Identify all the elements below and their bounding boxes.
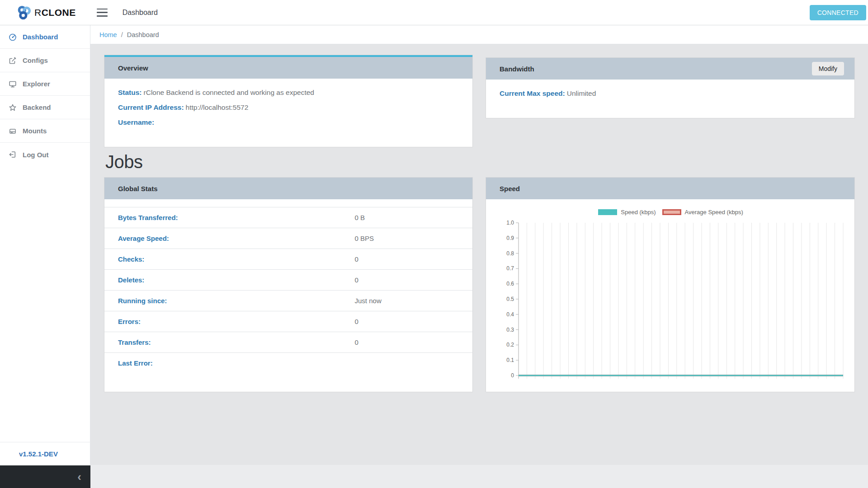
sidebar: Dashboard Configs Explorer Backend Mount… [0, 25, 90, 465]
svg-text:0.2: 0.2 [506, 342, 514, 348]
sign-out-icon [9, 150, 17, 159]
bandwidth-card-header: Bandwidth Modify [486, 58, 854, 80]
sidebar-item-label: Explorer [23, 80, 50, 88]
table-row: Average Speed: 0 BPS [104, 228, 472, 249]
table-row: Running since: Just now [104, 290, 472, 311]
row-value: 0 [355, 338, 359, 346]
page-title: Dashboard [123, 9, 158, 17]
brand-text: RCLONE [34, 7, 76, 18]
overview-field: Current IP Address:http://localhost:5572 [118, 103, 459, 112]
bandwidth-card-title: Bandwidth [500, 65, 534, 73]
global-stats-card-header: Global Stats [104, 178, 472, 199]
table-row: Transfers: 0 [104, 332, 472, 352]
overview-field: Username: [118, 118, 459, 127]
row-label: Average Speed: [118, 235, 169, 242]
sidebar-item-label: Mounts [23, 127, 47, 135]
field-value: rClone Backend is connected and working … [144, 89, 314, 96]
field-value: http://localhost:5572 [186, 103, 249, 111]
sidebar-item-label: Log Out [23, 151, 48, 159]
rclone-logo-icon [16, 5, 32, 20]
hamburger-menu-icon[interactable] [97, 9, 108, 17]
svg-text:0: 0 [511, 372, 514, 379]
top-bar: RCLONE Dashboard CONNECTED [0, 0, 868, 25]
speed-card-header: Speed [486, 178, 854, 199]
sidebar-item-configs[interactable]: Configs [0, 49, 90, 72]
version-label[interactable]: v1.52.1-DEV [19, 450, 58, 458]
svg-text:0.9: 0.9 [506, 235, 514, 241]
svg-text:0.1: 0.1 [506, 357, 514, 363]
version-box: v1.52.1-DEV [0, 442, 90, 465]
row-value: 0 [355, 276, 359, 284]
svg-text:1.0: 1.0 [506, 220, 514, 226]
tachometer-icon [9, 33, 17, 41]
field-label: Username: [118, 118, 154, 126]
overview-card-body: Status:rClone Backend is connected and w… [104, 79, 472, 143]
rclone-logo[interactable]: RCLONE [16, 5, 76, 20]
global-stats-table: Bytes Transferred: 0 B Average Speed: 0 … [104, 207, 472, 373]
svg-text:0.4: 0.4 [506, 311, 514, 318]
overview-card: Overview Status:rClone Backend is connec… [104, 55, 472, 147]
sidebar-item-backend[interactable]: Backend [0, 96, 90, 119]
svg-text:0.6: 0.6 [506, 281, 514, 287]
row-label: Deletes: [118, 276, 144, 284]
speed-card: Speed Speed (kbps)Average Speed (kbps) 1… [486, 178, 854, 392]
modify-button[interactable]: Modify [812, 62, 844, 75]
svg-text:0.8: 0.8 [506, 250, 514, 257]
legend-item[interactable]: Average Speed (kbps) [662, 209, 743, 216]
row-label: Bytes Transferred: [118, 214, 178, 221]
row-label: Checks: [118, 255, 144, 263]
sidebar-item-mounts[interactable]: Mounts [0, 119, 90, 143]
field-label: Current Max speed: [500, 89, 565, 97]
row-value: 0 [355, 318, 359, 325]
bandwidth-card-body: Current Max speed:Unlimited [486, 80, 854, 114]
row-label: Errors: [118, 318, 141, 325]
sidebar-footer: ‹ [0, 465, 90, 488]
sidebar-item-label: Backend [23, 103, 51, 111]
breadcrumb-home-link[interactable]: Home [99, 31, 117, 38]
row-value: 0 [355, 255, 359, 263]
content-background-lower [90, 465, 868, 488]
breadcrumb-current: Dashboard [127, 31, 159, 38]
legend-label: Speed (kbps) [621, 209, 656, 216]
chevron-left-icon[interactable]: ‹ [77, 471, 81, 483]
table-row: Checks: 0 [104, 249, 472, 269]
legend-swatch [662, 209, 681, 215]
sidebar-item-label: Dashboard [23, 33, 58, 41]
field-label: Current IP Address: [118, 103, 184, 111]
row-value: Just now [355, 297, 382, 305]
speed-chart: 1.00.90.80.70.60.50.40.30.20.10 [496, 219, 845, 385]
table-row: Last Error: [104, 352, 472, 373]
speed-card-title: Speed [500, 185, 520, 192]
row-label: Last Error: [118, 359, 153, 367]
overview-card-header: Overview [104, 57, 472, 79]
speed-card-body: Speed (kbps)Average Speed (kbps) 1.00.90… [486, 199, 854, 390]
edit-icon [9, 56, 17, 65]
legend-item[interactable]: Speed (kbps) [598, 209, 656, 216]
bandwidth-card: Bandwidth Modify Current Max speed:Unlim… [486, 58, 854, 118]
row-label: Transfers: [118, 338, 151, 346]
breadcrumb: Home / Dashboard [90, 25, 868, 44]
table-row: Deletes: 0 [104, 269, 472, 290]
global-stats-card: Global Stats Bytes Transferred: 0 B Aver… [104, 178, 472, 392]
connected-status-button[interactable]: CONNECTED [810, 5, 866, 20]
chart-legend: Speed (kbps)Average Speed (kbps) [496, 206, 845, 217]
sidebar-item-dashboard[interactable]: Dashboard [0, 25, 90, 49]
hdd-icon [9, 127, 17, 135]
sidebar-item-logout[interactable]: Log Out [0, 143, 90, 166]
legend-label: Average Speed (kbps) [685, 209, 743, 216]
row-label: Running since: [118, 297, 167, 305]
star-icon [9, 103, 17, 112]
field-label: Status: [118, 89, 142, 96]
bandwidth-field: Current Max speed:Unlimited [500, 89, 841, 98]
table-row: Errors: 0 [104, 311, 472, 332]
global-stats-card-title: Global Stats [118, 185, 158, 192]
table-row: Bytes Transferred: 0 B [104, 207, 472, 228]
legend-swatch [598, 209, 617, 215]
sidebar-item-label: Configs [23, 56, 48, 64]
sidebar-item-explorer[interactable]: Explorer [0, 72, 90, 96]
svg-text:0.5: 0.5 [506, 296, 514, 302]
jobs-heading: Jobs [105, 152, 143, 172]
overview-card-title: Overview [118, 64, 148, 72]
svg-text:0.3: 0.3 [506, 327, 514, 333]
desktop-icon [9, 80, 17, 88]
